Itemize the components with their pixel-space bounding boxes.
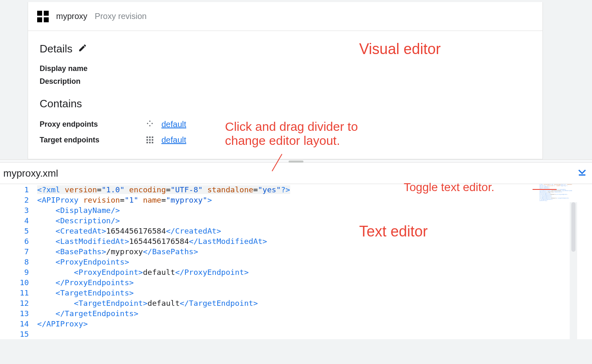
proxy-endpoints-label: Proxy endpoints bbox=[40, 120, 145, 129]
svg-rect-8 bbox=[152, 142, 154, 144]
description-label: Description bbox=[40, 77, 531, 86]
proxy-subtitle: Proxy revision bbox=[95, 12, 147, 21]
header-bar: myproxy Proxy revision bbox=[28, 2, 542, 31]
move-icon bbox=[145, 119, 155, 129]
visual-editor-panel: myproxy Proxy revision Details Display n… bbox=[28, 2, 543, 159]
proxy-endpoints-row: Proxy endpoints default bbox=[40, 119, 531, 129]
svg-rect-1 bbox=[149, 137, 151, 138]
target-endpoint-link[interactable]: default bbox=[161, 135, 186, 145]
filename: myproxy.xml bbox=[3, 168, 58, 179]
target-endpoints-row: Target endpoints default bbox=[40, 135, 531, 145]
divider-handle-icon[interactable] bbox=[289, 161, 303, 163]
proxy-endpoint-link[interactable]: default bbox=[161, 120, 186, 129]
code-content[interactable]: <?xml version="1.0" encoding="UTF-8" sta… bbox=[37, 184, 592, 339]
svg-rect-4 bbox=[149, 139, 151, 141]
grid-icon bbox=[145, 135, 155, 145]
details-title-row: Details bbox=[40, 43, 531, 55]
details-title: Details bbox=[40, 43, 72, 55]
svg-rect-2 bbox=[152, 137, 154, 138]
contains-title: Contains bbox=[40, 97, 531, 110]
target-endpoints-label: Target endpoints bbox=[40, 136, 145, 144]
minimap[interactable]: <?xml version="1.0" encoding="UTF-8" sta… bbox=[539, 184, 572, 205]
text-editor-panel: myproxy.xml 123456789101112131415 <?xml … bbox=[0, 163, 592, 339]
details-section: Details Display name Description Contain… bbox=[28, 31, 542, 159]
text-editor-header: myproxy.xml bbox=[0, 163, 592, 184]
apps-icon[interactable] bbox=[37, 11, 49, 22]
code-editor[interactable]: 123456789101112131415 <?xml version="1.0… bbox=[0, 184, 592, 339]
svg-rect-7 bbox=[149, 142, 151, 144]
display-name-label: Display name bbox=[40, 64, 531, 73]
svg-rect-5 bbox=[152, 139, 154, 141]
edit-icon[interactable] bbox=[78, 43, 87, 55]
collapse-editor-button[interactable] bbox=[575, 167, 589, 180]
svg-rect-0 bbox=[147, 137, 148, 138]
line-number-gutter: 123456789101112131415 bbox=[0, 184, 37, 339]
pane-divider[interactable] bbox=[0, 159, 592, 163]
svg-rect-3 bbox=[147, 139, 148, 141]
annotation-line bbox=[533, 189, 556, 190]
svg-rect-6 bbox=[147, 142, 148, 144]
proxy-name: myproxy bbox=[56, 12, 88, 21]
editor-scrollbar[interactable] bbox=[570, 202, 577, 351]
